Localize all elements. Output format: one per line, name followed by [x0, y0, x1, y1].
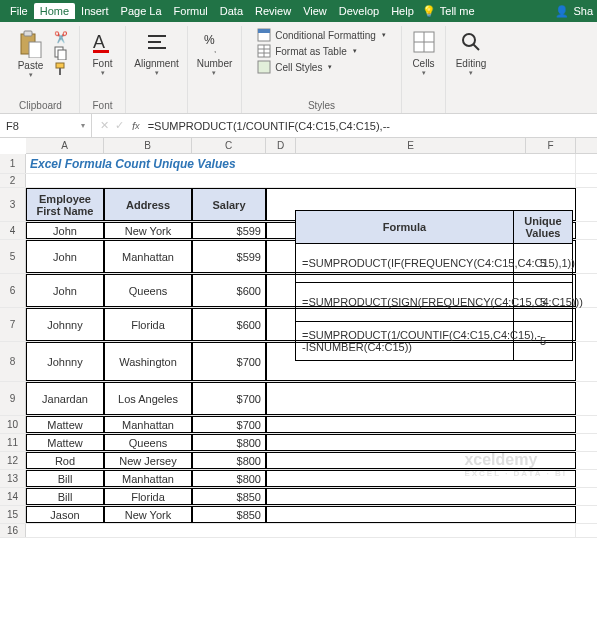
menu-developer[interactable]: Develop [333, 3, 385, 19]
cell-salary[interactable]: $600 [192, 308, 266, 341]
unique-value-cell[interactable]: 5 [514, 283, 572, 321]
font-button[interactable]: A Font ▾ [85, 26, 121, 79]
cell-address[interactable]: Manhattan [104, 470, 192, 487]
cell-employee[interactable]: Bill [26, 470, 104, 487]
row-header[interactable]: 16 [0, 524, 26, 537]
row-header[interactable]: 7 [0, 308, 26, 341]
cell-employee[interactable]: Rod [26, 452, 104, 469]
cell[interactable] [266, 470, 576, 487]
format-painter-icon[interactable] [53, 62, 69, 76]
number-button[interactable]: %, Number ▾ [193, 26, 237, 79]
menu-data[interactable]: Data [214, 3, 249, 19]
cell-employee[interactable]: Bill [26, 488, 104, 505]
col-header-D[interactable]: D [266, 138, 296, 153]
cell-address[interactable]: Florida [104, 488, 192, 505]
row-header[interactable]: 10 [0, 416, 26, 433]
menu-insert[interactable]: Insert [75, 3, 115, 19]
menu-home[interactable]: Home [34, 3, 75, 19]
cell-salary[interactable]: $800 [192, 452, 266, 469]
sheet-title[interactable]: Excel Formula Count Unique Values [26, 154, 576, 173]
header-employee[interactable]: Employee First Name [26, 188, 104, 221]
cell-salary[interactable]: $599 [192, 222, 266, 239]
header-salary[interactable]: Salary [192, 188, 266, 221]
row-header[interactable]: 2 [0, 174, 26, 187]
formula-bar[interactable]: =SUMPRODUCT(1/COUNTIF(C4:C15,C4:C15),-- [146, 114, 597, 137]
cell[interactable] [26, 174, 576, 187]
col-header-C[interactable]: C [192, 138, 266, 153]
cell-address[interactable]: New Jersey [104, 452, 192, 469]
col-header-A[interactable]: A [26, 138, 104, 153]
cell-employee[interactable]: Mattew [26, 434, 104, 451]
menu-view[interactable]: View [297, 3, 333, 19]
menu-file[interactable]: File [4, 3, 34, 19]
conditional-formatting-button[interactable]: Conditional Formatting▾ [257, 28, 386, 42]
cell-address[interactable]: Queens [104, 274, 192, 307]
cell-salary[interactable]: $800 [192, 470, 266, 487]
cell-address[interactable]: Los Angeles [104, 382, 192, 415]
cell-address[interactable]: New York [104, 222, 192, 239]
unique-value-cell[interactable]: 5 [514, 244, 572, 282]
row-header[interactable]: 3 [0, 188, 26, 221]
cell[interactable] [266, 506, 576, 523]
row-header[interactable]: 13 [0, 470, 26, 487]
cell-employee[interactable]: Janardan [26, 382, 104, 415]
cell-employee[interactable]: John [26, 222, 104, 239]
cell-salary[interactable]: $800 [192, 434, 266, 451]
cell[interactable] [266, 382, 576, 415]
cell-employee[interactable]: Mattew [26, 416, 104, 433]
row-header[interactable]: 4 [0, 222, 26, 239]
alignment-button[interactable]: Alignment ▾ [130, 26, 182, 79]
cell-salary[interactable]: $850 [192, 488, 266, 505]
cell-salary[interactable]: $700 [192, 416, 266, 433]
menu-page-layout[interactable]: Page La [115, 3, 168, 19]
cell-employee[interactable]: Johnny [26, 342, 104, 381]
menu-help[interactable]: Help [385, 3, 420, 19]
cell-address[interactable]: Washington [104, 342, 192, 381]
cell-address[interactable]: Manhattan [104, 240, 192, 273]
cell-salary[interactable]: $600 [192, 274, 266, 307]
cell-address[interactable]: Manhattan [104, 416, 192, 433]
cancel-icon[interactable]: ✕ [100, 119, 109, 132]
cell[interactable] [266, 488, 576, 505]
cell[interactable] [266, 416, 576, 433]
cell[interactable] [266, 452, 576, 469]
formula-cell[interactable]: =SUMPRODUCT(1/COUNTIF(C4:C15,C4:C15),--I… [296, 322, 514, 360]
cell[interactable] [26, 524, 576, 537]
row-header[interactable]: 5 [0, 240, 26, 273]
cell-salary[interactable]: $850 [192, 506, 266, 523]
editing-button[interactable]: Editing ▾ [452, 26, 491, 79]
row-header[interactable]: 12 [0, 452, 26, 469]
cell-styles-button[interactable]: Cell Styles▾ [257, 60, 386, 74]
col-header-F[interactable]: F [526, 138, 576, 153]
row-header[interactable]: 14 [0, 488, 26, 505]
enter-icon[interactable]: ✓ [115, 119, 124, 132]
cell-employee[interactable]: Jason [26, 506, 104, 523]
fx-icon[interactable]: fx [132, 114, 146, 137]
cell-address[interactable]: Queens [104, 434, 192, 451]
unique-value-cell[interactable]: 5 [514, 322, 572, 360]
col-header-B[interactable]: B [104, 138, 192, 153]
row-header[interactable]: 6 [0, 274, 26, 307]
cells-button[interactable]: Cells ▾ [406, 26, 442, 79]
col-header-E[interactable]: E [296, 138, 526, 153]
share-button[interactable]: 👤 Sha [555, 5, 593, 18]
cell-address[interactable]: New York [104, 506, 192, 523]
cell-salary[interactable]: $700 [192, 342, 266, 381]
cell-address[interactable]: Florida [104, 308, 192, 341]
paste-button[interactable]: Paste ▾ [13, 28, 49, 81]
header-address[interactable]: Address [104, 188, 192, 221]
formula-cell[interactable]: =SUMPRODUCT(SIGN(FREQUENCY(C4:C15,C4:C15… [296, 283, 514, 321]
tell-me[interactable]: Tell me [440, 5, 475, 17]
cell-employee[interactable]: John [26, 240, 104, 273]
cut-icon[interactable]: ✂️ [53, 30, 69, 44]
formula-cell[interactable]: =SUMPRODUCT(IF(FREQUENCY(C4:C15,C4:C15),… [296, 244, 514, 282]
row-header[interactable]: 15 [0, 506, 26, 523]
cell[interactable] [266, 434, 576, 451]
row-header[interactable]: 1 [0, 154, 26, 173]
cell-employee[interactable]: John [26, 274, 104, 307]
cell-employee[interactable]: Johnny [26, 308, 104, 341]
name-box[interactable]: F8▾ [0, 114, 92, 137]
row-header[interactable]: 11 [0, 434, 26, 451]
format-as-table-button[interactable]: Format as Table▾ [257, 44, 386, 58]
row-header[interactable]: 9 [0, 382, 26, 415]
